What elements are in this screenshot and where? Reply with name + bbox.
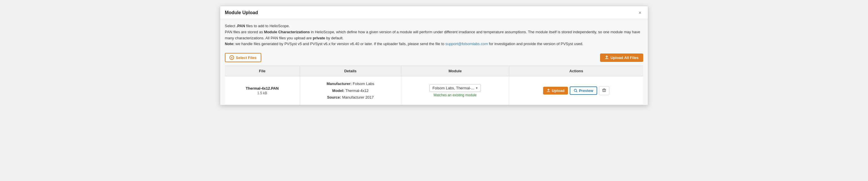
support-link[interactable]: support@folsomlabs.com xyxy=(445,42,488,46)
description-line3: Note: we handle files generated by PVSys… xyxy=(225,41,643,47)
modal-title: Module Upload xyxy=(225,10,258,15)
preview-button-label: Preview xyxy=(579,88,593,93)
col-module: Module xyxy=(401,66,509,76)
model-label: Model: xyxy=(332,88,344,93)
toolbar: + Select Files Upload All Files xyxy=(225,50,643,66)
actions-cell: Upload Preview xyxy=(509,76,643,105)
note-label: Note: xyxy=(225,42,235,46)
upload-all-label: Upload All Files xyxy=(611,56,639,60)
file-table-container: File Details Module Actions Thermal-4x12… xyxy=(225,66,643,105)
upload-button[interactable]: Upload xyxy=(543,87,568,95)
detail-manufacturer: Manufacturer: Folsom Labs xyxy=(305,80,396,87)
module-match-text: Matches an existing module xyxy=(406,93,505,97)
chevron-down-icon: ▾ xyxy=(476,86,478,90)
module-dropdown-wrapper: Folsom Labs, Thermal-... ▾ xyxy=(406,84,505,92)
col-file: File xyxy=(225,66,300,76)
plus-icon: + xyxy=(229,55,234,60)
file-table: File Details Module Actions Thermal-4x12… xyxy=(225,66,643,105)
source-value: Manufacturer 2017 xyxy=(342,95,374,100)
file-size: 1.5 kB xyxy=(229,91,295,95)
select-files-button[interactable]: + Select Files xyxy=(225,53,261,62)
module-upload-modal: Module Upload × Select .PAN files to add… xyxy=(220,6,648,105)
info-section: Select .PAN files to add to HelioScope. … xyxy=(225,23,643,47)
col-actions: Actions xyxy=(509,66,643,76)
module-dropdown-value: Folsom Labs, Thermal-... xyxy=(433,86,474,90)
select-files-label: Select Files xyxy=(236,56,257,60)
modal-body: Select .PAN files to add to HelioScope. … xyxy=(220,19,648,105)
module-dropdown[interactable]: Folsom Labs, Thermal-... ▾ xyxy=(429,84,481,92)
action-buttons: Upload Preview xyxy=(543,86,609,95)
upload-button-label: Upload xyxy=(552,88,564,93)
file-name: Thermal-4x12.PAN xyxy=(229,86,295,90)
delete-button[interactable] xyxy=(599,86,609,95)
manufacturer-label: Manufacturer: xyxy=(327,81,352,86)
table-row: Thermal-4x12.PAN 1.5 kB Manufacturer: Fo… xyxy=(225,76,643,105)
table-body: Thermal-4x12.PAN 1.5 kB Manufacturer: Fo… xyxy=(225,76,643,105)
detail-model: Model: Thermal-4x12 xyxy=(305,87,396,94)
upload-all-button[interactable]: Upload All Files xyxy=(600,53,643,62)
model-value: Thermal-4x12 xyxy=(345,88,369,93)
upload-all-icon xyxy=(605,56,609,60)
details-cell: Manufacturer: Folsom Labs Model: Thermal… xyxy=(300,76,401,105)
file-cell: Thermal-4x12.PAN 1.5 kB xyxy=(225,76,300,105)
table-header: File Details Module Actions xyxy=(225,66,643,76)
description-line2: PAN files are stored as Module Character… xyxy=(225,29,643,41)
source-label: Source: xyxy=(327,95,341,100)
trash-icon xyxy=(602,88,606,93)
module-cell: Folsom Labs, Thermal-... ▾ Matches an ex… xyxy=(401,76,509,105)
upload-icon xyxy=(547,89,550,93)
preview-button[interactable]: Preview xyxy=(570,86,597,95)
svg-rect-1 xyxy=(603,89,606,92)
close-button[interactable]: × xyxy=(637,9,643,16)
col-details: Details xyxy=(300,66,401,76)
module-characterizations-text: Module Characterizations xyxy=(264,30,310,34)
search-icon xyxy=(574,89,578,93)
modal-header: Module Upload × xyxy=(220,6,648,19)
manufacturer-value: Folsom Labs xyxy=(353,81,374,86)
description-line1: Select .PAN files to add to HelioScope. xyxy=(225,23,643,29)
private-text: private xyxy=(313,36,325,40)
detail-source: Source: Manufacturer 2017 xyxy=(305,94,396,101)
